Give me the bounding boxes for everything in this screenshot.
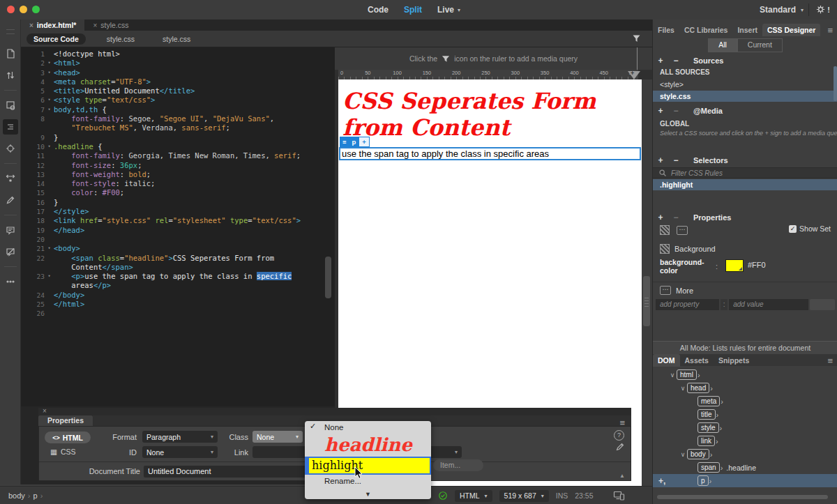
dom-tag[interactable]: body (687, 449, 709, 459)
source-item-1[interactable]: <style> (653, 79, 837, 90)
fold-arrow-icon[interactable]: ▾ (45, 68, 54, 77)
close-tab-icon[interactable]: × (29, 22, 33, 29)
code-line[interactable]: 9 } (21, 133, 335, 142)
workspace-switcher[interactable]: Standard ▾ (760, 0, 804, 20)
settings-button[interactable]: ! (815, 4, 830, 15)
view-mode-live[interactable]: Live▾ (437, 5, 460, 15)
file-transfer-icon[interactable] (3, 68, 18, 83)
format-dropdown[interactable]: Paragraph ▾ (142, 431, 218, 443)
code-line[interactable]: 14 font-style: italic; (21, 179, 335, 188)
live-scrollbar-thumb[interactable] (643, 276, 650, 326)
doc-tab-indexhtml[interactable]: ×index.html* (21, 20, 84, 31)
dom-tag[interactable]: head (687, 383, 709, 393)
code-line[interactable]: 1 <!doctype html> (21, 49, 335, 59)
dom-node-meta[interactable]: meta› (653, 395, 837, 408)
code-line[interactable]: 11 font-family: Georgia, Times New Roman… (21, 151, 335, 160)
apply-comment-icon[interactable] (3, 222, 18, 238)
edit-icon[interactable] (615, 442, 625, 452)
live-scrollbar-track[interactable] (642, 79, 652, 486)
class-option-rename[interactable]: Rename... (305, 475, 431, 487)
panel-vertical-scrollbar[interactable] (834, 66, 837, 101)
code-line[interactable]: 12 font-size: 36px; (21, 161, 335, 170)
source-item-2[interactable]: style.css (653, 91, 837, 102)
color-value[interactable]: #FF0 (748, 261, 766, 269)
remove-comment-icon[interactable] (3, 244, 18, 259)
panel-tab-insert[interactable]: Insert (732, 24, 762, 36)
dom-tab-dom[interactable]: DOM (653, 354, 680, 367)
dom-tag[interactable]: style (698, 422, 719, 433)
fold-arrow-icon[interactable]: ▾ (45, 142, 54, 151)
panel-menu-icon[interactable]: ≡ (619, 418, 625, 428)
fold-arrow-icon[interactable]: ▾ (45, 105, 54, 114)
property-name[interactable]: background-color (660, 258, 710, 275)
dom-node-html[interactable]: ∨html› (653, 368, 837, 381)
expand-panel-icon[interactable]: ▲ (619, 473, 625, 479)
code-line[interactable]: 2▾<html> (21, 59, 335, 68)
fold-arrow-icon[interactable]: ▾ (45, 59, 54, 68)
dom-node-p[interactable]: +, p› (653, 474, 837, 487)
attach-style-icon[interactable] (3, 192, 18, 208)
code-line[interactable]: 22 <span class="headline">CSS Seperates … (21, 254, 335, 263)
more-category-icon[interactable]: ⋯ (677, 226, 688, 235)
new-file-icon[interactable] (3, 46, 18, 61)
code-editor[interactable]: 1 <!doctype html>2▾<html>3▾<head>4 <meta… (21, 47, 335, 406)
code-line[interactable]: 18 <link href="style.css" rel="styleshee… (21, 216, 335, 225)
close-window-button[interactable] (7, 6, 15, 13)
add-property-button[interactable]: + (653, 213, 668, 222)
code-line[interactable]: 25 </html> (21, 300, 335, 309)
dom-horizontal-scrollbar[interactable] (657, 495, 828, 499)
code-line[interactable]: 20 (21, 235, 335, 244)
dom-node-span[interactable]: span›.headline (653, 461, 837, 474)
selector-item-0[interactable]: .highlight (653, 179, 837, 190)
code-line[interactable]: 10▾.headline { (21, 142, 335, 151)
code-line[interactable]: 16 } (21, 198, 335, 207)
view-mode-split[interactable]: Split (404, 5, 422, 15)
background-category-icon[interactable] (660, 225, 670, 235)
zoom-window-button[interactable] (32, 6, 40, 13)
add-property-input[interactable]: add property (656, 299, 719, 310)
preview-devices-icon[interactable] (613, 490, 625, 501)
tag-breadcrumb-p[interactable]: p (33, 491, 38, 500)
media-query-filter-icon[interactable] (632, 34, 641, 43)
toolbar-options-icon[interactable] (3, 274, 18, 289)
close-tab-icon[interactable]: × (93, 22, 97, 29)
dom-tag[interactable]: meta (698, 396, 720, 406)
related-file-2[interactable]: style.css (156, 33, 197, 45)
add-source-button[interactable]: + (653, 56, 668, 66)
id-dropdown[interactable]: None ▾ (142, 446, 218, 458)
help-icon[interactable]: ? (614, 430, 624, 441)
doc-type-dropdown[interactable]: HTML ▾ (455, 490, 492, 502)
dom-tab-assets[interactable]: Assets (680, 354, 714, 367)
dom-tag[interactable]: html (677, 369, 697, 380)
doc-tab-stylecss[interactable]: ×style.css (84, 20, 137, 31)
code-line[interactable]: 23▾ <p>use the span tag to apply the cla… (21, 272, 335, 281)
color-swatch[interactable] (725, 259, 744, 272)
tag-breadcrumb-body[interactable]: body (8, 491, 25, 500)
code-line[interactable]: 17 </style> (21, 207, 335, 216)
code-line[interactable]: 4 <meta charset="UTF-8"> (21, 77, 335, 86)
minimize-window-button[interactable] (20, 6, 27, 13)
rendered-paragraph[interactable]: use the span tag to apply the class in s… (339, 147, 641, 160)
dom-tag[interactable]: title (698, 409, 716, 420)
css-mode-button[interactable]: ▦ CSS (50, 448, 76, 456)
code-line[interactable]: Content</span> (21, 263, 335, 272)
code-line[interactable]: 15 color: #F00; (21, 188, 335, 197)
rendered-headline[interactable]: CSS Seperates Form from Content (342, 88, 638, 141)
code-line[interactable]: 5 <title>Untitled Document</title> (21, 86, 335, 96)
dom-node-style[interactable]: style› (653, 421, 837, 434)
live-code-icon[interactable] (3, 98, 18, 113)
code-line[interactable]: "Trebuchet MS", Verdana, sans-serif; (21, 123, 335, 132)
panel-menu-icon[interactable]: ≡ (827, 25, 833, 36)
code-line[interactable]: 7▾body,td,th { (21, 105, 335, 114)
class-dropdown[interactable]: None ▾ (252, 431, 303, 443)
dom-node-title[interactable]: title› (653, 408, 837, 421)
format-source-code-icon[interactable] (3, 119, 18, 135)
properties-panel-tab[interactable]: Properties (38, 415, 93, 426)
selector-filter-input[interactable]: Filter CSS Rules (653, 167, 837, 178)
show-set-checkbox[interactable]: ✓ Show Set (789, 224, 831, 233)
code-line[interactable]: 19 </head> (21, 226, 335, 235)
panel-tab-files[interactable]: Files (653, 24, 679, 36)
window-size-dropdown[interactable]: 519 x 687 ▾ (499, 490, 549, 502)
code-line[interactable]: 8 font-family: Segoe, "Segoe UI", "DejaV… (21, 114, 335, 123)
dom-panel-menu-icon[interactable]: ≡ (827, 356, 833, 366)
